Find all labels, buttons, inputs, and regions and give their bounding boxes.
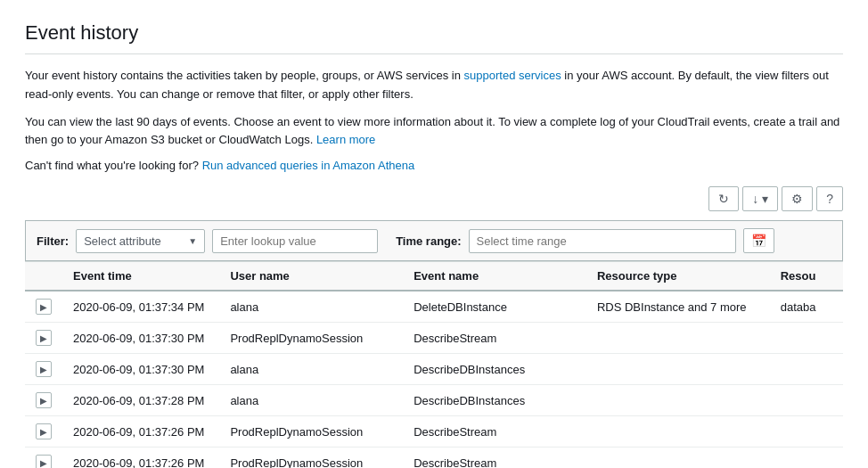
- cell-resource: [770, 385, 843, 416]
- description-1: Your event history contains the activiti…: [25, 67, 843, 104]
- expand-cell: ▶: [25, 385, 62, 416]
- cell-resource: [770, 447, 843, 468]
- expand-button[interactable]: ▶: [36, 299, 52, 315]
- time-range-input[interactable]: [469, 229, 736, 253]
- chevron-down-icon: ▼: [188, 236, 197, 246]
- learn-more-link[interactable]: Learn more: [316, 133, 375, 146]
- cell-resource: [770, 354, 843, 385]
- cell-resource: [770, 323, 843, 354]
- cell-event-name: DeleteDBInstance: [403, 291, 586, 323]
- cell-resource-type: [586, 323, 770, 354]
- cell-user-name: ProdReplDynamoSession: [219, 416, 403, 447]
- table-row[interactable]: ▶2020-06-09, 01:37:34 PMalanaDeleteDBIns…: [25, 291, 843, 323]
- expand-cell: ▶: [25, 354, 62, 385]
- table-header-row: Event time User name Event name Resource…: [25, 262, 843, 291]
- lookup-input[interactable]: [212, 229, 378, 253]
- cell-user-name: ProdReplDynamoSession: [219, 323, 403, 354]
- cell-event-time: 2020-06-09, 01:37:26 PM: [62, 416, 219, 447]
- cell-event-time: 2020-06-09, 01:37:30 PM: [62, 354, 219, 385]
- expand-cell: ▶: [25, 323, 62, 354]
- cant-find-text: Can't find what you're looking for? Run …: [25, 159, 843, 172]
- help-icon: ?: [826, 192, 833, 206]
- refresh-icon: ↻: [718, 192, 729, 206]
- expand-button[interactable]: ▶: [36, 330, 52, 346]
- cell-resource-type: [586, 385, 770, 416]
- expand-button[interactable]: ▶: [36, 423, 52, 439]
- cell-event-time: 2020-06-09, 01:37:30 PM: [62, 323, 219, 354]
- cell-resource: [770, 416, 843, 447]
- table-row[interactable]: ▶2020-06-09, 01:37:26 PMProdReplDynamoSe…: [25, 447, 843, 468]
- page-title: Event history: [25, 21, 843, 45]
- supported-services-link[interactable]: supported services: [464, 69, 561, 82]
- table-row[interactable]: ▶2020-06-09, 01:37:28 PMalanaDescribeDBI…: [25, 385, 843, 416]
- cell-event-name: DescribeDBInstances: [403, 354, 586, 385]
- title-divider: [25, 53, 843, 54]
- expand-button[interactable]: ▶: [36, 455, 52, 468]
- download-button[interactable]: ↓ ▾: [742, 186, 778, 211]
- cell-event-time: 2020-06-09, 01:37:26 PM: [62, 447, 219, 468]
- cell-user-name: alana: [219, 291, 403, 323]
- cell-resource: databa: [770, 291, 843, 323]
- calendar-button[interactable]: 📅: [743, 228, 774, 253]
- table-row[interactable]: ▶2020-06-09, 01:37:30 PMProdReplDynamoSe…: [25, 323, 843, 354]
- gear-icon: ⚙: [791, 192, 803, 206]
- table-row[interactable]: ▶2020-06-09, 01:37:30 PMalanaDescribeDBI…: [25, 354, 843, 385]
- cell-resource-type: [586, 416, 770, 447]
- expand-cell: ▶: [25, 416, 62, 447]
- time-range-label: Time range:: [396, 234, 461, 248]
- col-resource: Resou: [770, 262, 843, 291]
- cell-resource-type: [586, 447, 770, 468]
- table-row[interactable]: ▶2020-06-09, 01:37:26 PMProdReplDynamoSe…: [25, 416, 843, 447]
- expand-cell: ▶: [25, 291, 62, 323]
- cell-event-time: 2020-06-09, 01:37:34 PM: [62, 291, 219, 323]
- description-2: You can view the last 90 days of events.…: [25, 113, 843, 151]
- expand-button[interactable]: ▶: [36, 361, 52, 377]
- help-button[interactable]: ?: [816, 186, 843, 211]
- download-arrow-icon: ▾: [762, 192, 768, 206]
- filter-label: Filter:: [37, 234, 69, 248]
- cell-event-name: DescribeDBInstances: [403, 385, 586, 416]
- cell-resource-type: RDS DBInstance and 7 more: [586, 291, 770, 323]
- cell-user-name: alana: [219, 385, 403, 416]
- settings-button[interactable]: ⚙: [782, 186, 813, 211]
- col-user-name: User name: [219, 262, 403, 291]
- attribute-select[interactable]: Select attribute ▼: [76, 229, 205, 253]
- calendar-icon: 📅: [751, 234, 766, 248]
- athena-link[interactable]: Run advanced queries in Amazon Athena: [202, 159, 415, 172]
- toolbar: ↻ ↓ ▾ ⚙ ?: [25, 186, 843, 211]
- cell-resource-type: [586, 354, 770, 385]
- refresh-button[interactable]: ↻: [708, 186, 739, 211]
- cell-user-name: ProdReplDynamoSession: [219, 447, 403, 468]
- attribute-placeholder: Select attribute: [84, 234, 161, 248]
- col-event-name: Event name: [403, 262, 586, 291]
- col-event-time: Event time: [62, 262, 219, 291]
- cell-event-time: 2020-06-09, 01:37:28 PM: [62, 385, 219, 416]
- col-expand: [25, 262, 62, 291]
- cell-event-name: DescribeStream: [403, 447, 586, 468]
- cell-user-name: alana: [219, 354, 403, 385]
- col-resource-type: Resource type: [586, 262, 770, 291]
- cell-event-name: DescribeStream: [403, 416, 586, 447]
- expand-cell: ▶: [25, 447, 62, 468]
- events-table: Event time User name Event name Resource…: [25, 261, 843, 468]
- download-icon: ↓: [752, 192, 758, 206]
- cell-event-name: DescribeStream: [403, 323, 586, 354]
- filter-bar: Filter: Select attribute ▼ Time range: 📅: [25, 220, 843, 261]
- expand-button[interactable]: ▶: [36, 392, 52, 408]
